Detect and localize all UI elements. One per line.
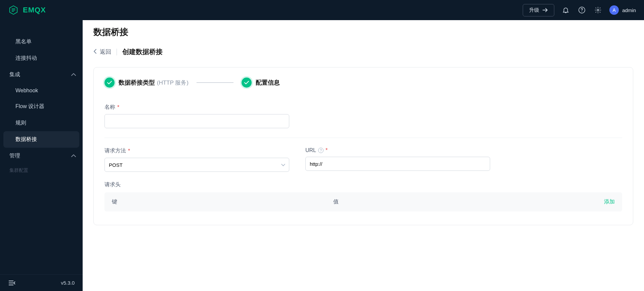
- step-bridge-type[interactable]: 数据桥接类型(HTTP 服务): [104, 78, 188, 88]
- method-value[interactable]: [104, 158, 289, 172]
- form-row-method: 请求方法 *: [104, 147, 289, 172]
- steps: 数据桥接类型(HTTP 服务) 配置信息: [104, 78, 622, 88]
- form-row-url: URL ? *: [305, 147, 490, 172]
- method-select[interactable]: [104, 158, 289, 172]
- upgrade-label: 升级: [529, 7, 539, 13]
- headers-col-key: 键: [112, 198, 333, 205]
- check-circle-icon: [242, 78, 252, 88]
- required-marker: *: [326, 147, 328, 153]
- method-label: 请求方法 *: [104, 147, 289, 154]
- sidebar-item-blacklist[interactable]: 黑名单: [0, 34, 83, 50]
- version-label: v5.3.0: [61, 280, 75, 286]
- required-marker: *: [117, 104, 119, 110]
- chevron-up-icon: [71, 72, 76, 78]
- headers-add-button[interactable]: 添加: [554, 198, 615, 205]
- page-title: 数据桥接: [93, 26, 633, 38]
- brand-logo-icon: [8, 5, 19, 15]
- chevron-up-icon: [71, 153, 76, 159]
- topbar: EMQX 升级 A admin: [0, 0, 644, 20]
- username: admin: [622, 7, 636, 13]
- breadcrumb-divider: [117, 49, 117, 55]
- sidebar-footer: v5.3.0: [0, 274, 83, 291]
- gear-icon[interactable]: [593, 5, 603, 15]
- name-input[interactable]: [104, 114, 289, 128]
- step-connector: [197, 82, 233, 83]
- arrow-right-icon: [543, 7, 548, 13]
- upgrade-button[interactable]: 升级: [523, 4, 554, 16]
- sidebar: 黑名单 连接抖动 集成 Webhook Flow 设计器 规则 数据桥接 管理 …: [0, 20, 83, 291]
- url-label: URL ? *: [305, 147, 490, 153]
- sidebar-truncated-item: 集群配置: [0, 164, 83, 174]
- bell-icon[interactable]: [561, 5, 570, 15]
- check-circle-icon: [104, 78, 115, 88]
- form-card: 数据桥接类型(HTTP 服务) 配置信息 名: [93, 67, 633, 225]
- sidebar-item-flow-designer[interactable]: Flow 设计器: [0, 98, 83, 115]
- sidebar-group-integration[interactable]: 集成: [0, 66, 83, 83]
- form-row-name: 名称 *: [104, 104, 622, 128]
- step-config[interactable]: 配置信息: [242, 78, 280, 88]
- step-label: 数据桥接类型(HTTP 服务): [119, 79, 188, 87]
- back-button[interactable]: 返回: [93, 48, 111, 56]
- headers-label: 请求头: [104, 181, 622, 188]
- form-row-headers: 请求头 键 值 添加: [104, 181, 622, 211]
- brand-name: EMQX: [23, 6, 46, 14]
- help-icon[interactable]: [577, 5, 587, 15]
- sidebar-item-data-bridge[interactable]: 数据桥接: [3, 131, 79, 148]
- help-icon[interactable]: ?: [318, 148, 324, 153]
- main-content: 数据桥接 返回 创建数据桥接: [83, 20, 644, 291]
- avatar: A: [609, 5, 619, 15]
- headers-table: 键 值 添加: [104, 192, 622, 211]
- chevron-left-icon: [93, 49, 96, 55]
- sidebar-item-webhook[interactable]: Webhook: [0, 83, 83, 98]
- sidebar-group-management[interactable]: 管理: [0, 148, 83, 164]
- svg-point-6: [597, 9, 599, 11]
- url-input[interactable]: [305, 157, 490, 171]
- sidebar-item-rules[interactable]: 规则: [0, 115, 83, 131]
- breadcrumb: 返回 创建数据桥接: [93, 47, 633, 56]
- required-marker: *: [128, 148, 130, 154]
- user-menu[interactable]: A admin: [609, 5, 636, 15]
- name-label: 名称 *: [104, 104, 622, 111]
- breadcrumb-current: 创建数据桥接: [122, 47, 163, 56]
- headers-col-value: 值: [333, 198, 555, 205]
- sidebar-item-flapping[interactable]: 连接抖动: [0, 50, 83, 66]
- form-divider: [104, 138, 622, 138]
- brand: EMQX: [8, 5, 46, 15]
- back-label: 返回: [100, 48, 111, 56]
- step-label: 配置信息: [256, 79, 280, 87]
- collapse-sidebar-icon[interactable]: [8, 280, 15, 286]
- svg-point-5: [582, 11, 582, 12]
